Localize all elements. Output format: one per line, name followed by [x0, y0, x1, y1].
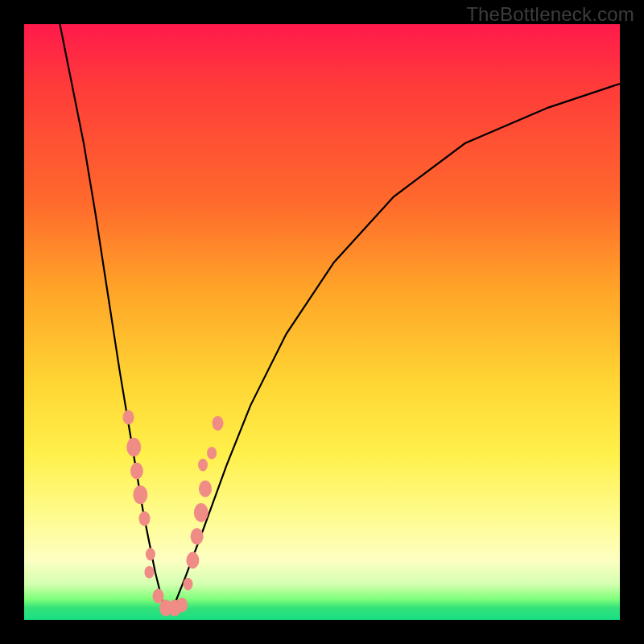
marker-dot [139, 511, 151, 526]
marker-dot [130, 463, 143, 480]
marker-dot [123, 410, 134, 424]
marker-dot [186, 552, 199, 569]
marker-dot [184, 578, 193, 591]
marker-dot [153, 588, 164, 603]
marker-dot [126, 438, 141, 456]
marker-dot [176, 597, 188, 612]
highlight-markers [123, 410, 224, 616]
marker-dot [146, 548, 155, 561]
marker-dot [194, 503, 208, 522]
marker-dot [198, 459, 208, 472]
marker-dot [199, 481, 212, 497]
marker-dot [213, 416, 224, 431]
marker-dot [133, 485, 147, 504]
marker-dot [191, 528, 204, 545]
chart-svg [24, 24, 620, 620]
marker-dot [207, 447, 217, 460]
outer-frame: TheBottleneck.com [0, 0, 644, 644]
marker-dot [144, 566, 154, 579]
watermark-text: TheBottleneck.com [466, 3, 634, 26]
plot-area [24, 24, 620, 620]
